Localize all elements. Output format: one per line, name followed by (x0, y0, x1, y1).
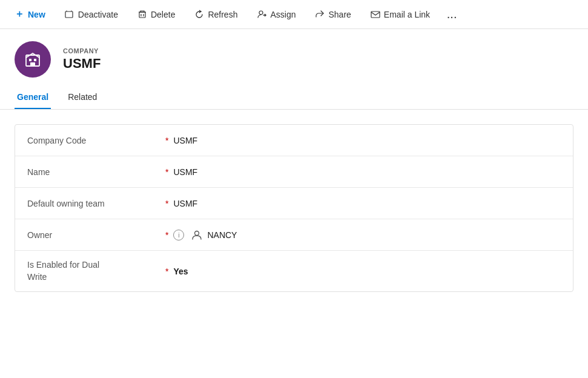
label-owner: Owner (27, 230, 160, 240)
form-row-company-code: Company Code * USMF (15, 125, 573, 156)
svg-rect-0 (65, 12, 73, 18)
new-button[interactable]: ＋ New (5, 0, 55, 28)
deactivate-button[interactable]: Deactivate (55, 0, 128, 28)
label-dual-write: Is Enabled for DualWrite (27, 259, 160, 283)
form-row-owner: Owner * i NANCY (15, 219, 573, 251)
entity-header: COMPANY USMF (0, 29, 588, 87)
label-owning-team: Default owning team (27, 199, 160, 208)
required-owning-team: * (165, 199, 168, 208)
email-button-label: Email a Link (384, 10, 430, 19)
value-company-code: USMF (173, 136, 197, 145)
info-icon: i (173, 230, 184, 240)
refresh-icon (194, 10, 204, 19)
entity-type-label: COMPANY (63, 47, 101, 55)
refresh-button-label: Refresh (208, 10, 237, 19)
svg-rect-11 (34, 59, 36, 61)
refresh-button[interactable]: Refresh (185, 0, 247, 28)
plus-icon: ＋ (15, 8, 24, 21)
form-row-owning-team: Default owning team * USMF (15, 188, 573, 219)
deactivate-button-label: Deactivate (78, 10, 118, 19)
assign-button[interactable]: Assign (247, 0, 305, 28)
email-icon (371, 10, 380, 19)
share-button-label: Share (328, 10, 351, 19)
toolbar: ＋ New Deactivate Delete (0, 0, 588, 29)
delete-icon (137, 10, 147, 19)
required-name: * (165, 167, 168, 177)
required-owner: * (165, 230, 168, 240)
svg-point-13 (195, 231, 199, 235)
entity-title-group: COMPANY USMF (63, 47, 101, 71)
value-owning-team: USMF (173, 199, 197, 208)
form-content: Company Code * USMF Name * USMF Default … (0, 110, 588, 292)
person-icon (191, 230, 202, 240)
label-company-code: Company Code (27, 136, 160, 145)
entity-name: USMF (63, 56, 101, 71)
building-icon (24, 50, 42, 68)
svg-rect-10 (29, 59, 31, 61)
share-button[interactable]: Share (305, 0, 360, 28)
tabs-container: General Related (0, 87, 588, 110)
svg-rect-3 (139, 12, 145, 18)
svg-rect-12 (30, 62, 35, 66)
svg-point-6 (259, 11, 263, 15)
delete-button-label: Delete (151, 10, 175, 19)
assign-icon (257, 10, 266, 19)
new-button-label: New (28, 10, 45, 19)
deactivate-icon (65, 10, 74, 19)
owner-name: NANCY (207, 230, 237, 240)
required-dual-write: * (165, 267, 168, 276)
share-icon (315, 10, 325, 19)
entity-avatar (15, 41, 51, 78)
value-dual-write: Yes (173, 267, 188, 276)
tab-related[interactable]: Related (65, 87, 99, 109)
assign-button-label: Assign (270, 10, 296, 19)
delete-button[interactable]: Delete (128, 0, 185, 28)
tab-general[interactable]: General (15, 87, 51, 109)
form-row-dual-write: Is Enabled for DualWrite * Yes (15, 251, 573, 291)
email-button[interactable]: Email a Link (361, 0, 440, 28)
required-company-code: * (165, 136, 168, 145)
more-button[interactable]: ... (440, 0, 464, 28)
svg-rect-8 (371, 12, 380, 18)
form-card: Company Code * USMF Name * USMF Default … (15, 124, 573, 292)
more-icon: ... (447, 7, 457, 21)
form-row-name: Name * USMF (15, 156, 573, 188)
value-name: USMF (173, 167, 197, 177)
label-name: Name (27, 167, 160, 177)
value-owner: i NANCY (173, 230, 237, 240)
